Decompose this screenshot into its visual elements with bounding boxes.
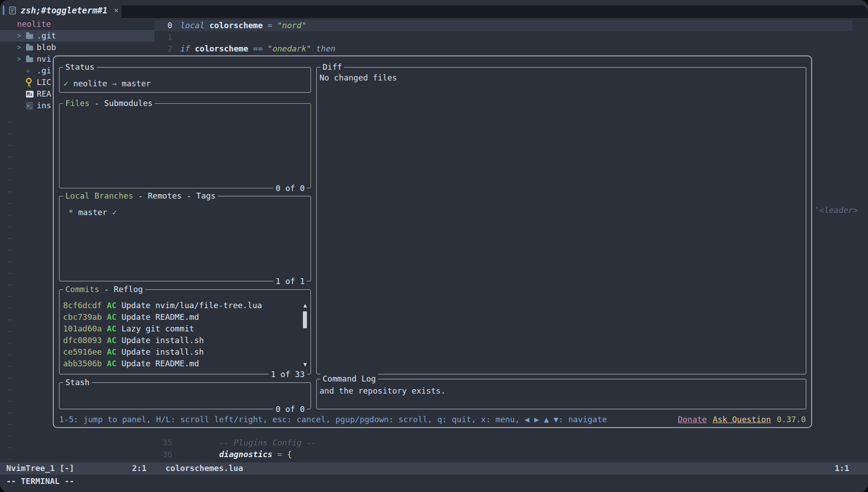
commit-message: Update README.md [121, 311, 199, 323]
stash-panel[interactable]: Stash 0 of 0 [59, 382, 311, 409]
code-line-0: 0local colorscheme = "nord" [154, 20, 852, 31]
keybindings-bar: 1-5: jump to panel, H/L: scroll left/rig… [59, 414, 806, 425]
branch-marker: * [68, 207, 73, 218]
line-number: 2 [154, 43, 177, 55]
commits-tab[interactable]: Commits [65, 284, 99, 294]
commit-author-initials: AC [107, 346, 117, 358]
scrollbar-thumb[interactable] [303, 311, 307, 328]
tilde-marker: ~ [7, 174, 12, 186]
ask-question-link[interactable]: Ask Question [713, 414, 771, 425]
tab-close-icon[interactable]: × [114, 4, 119, 16]
command-log-panel-title: Command Log [320, 373, 378, 385]
files-tab[interactable]: Files [65, 98, 89, 108]
line-number: 35 [154, 437, 177, 449]
commit-hash: ce5916ee [63, 346, 102, 358]
folder-icon [26, 46, 33, 51]
arrow-right-icon: → [112, 78, 117, 89]
commit-hash: 101ad60a [63, 323, 102, 335]
submodules-tab[interactable]: - Submodules [89, 98, 153, 108]
commit-row[interactable]: 101ad60aACLazy git commit [60, 323, 311, 335]
branch-row[interactable]: * master ✓ [60, 207, 311, 218]
gitignore-icon: ◆ [26, 65, 30, 76]
tilde-marker: ~ [7, 361, 12, 372]
tab-title: zsh;#toggleterm#1 [21, 4, 107, 16]
tree-item-git[interactable]: >.git [0, 30, 154, 42]
code-line-35: 35 -- Plugins Config -- [154, 437, 852, 449]
command-log-content: and the repository exists. [317, 385, 806, 397]
commits-count: 1 of 33 [268, 369, 307, 380]
commit-author-initials: AC [107, 300, 117, 311]
code-text [177, 31, 180, 43]
commits-scrollbar[interactable]: ▲ ▼ [302, 300, 309, 370]
file-tree-root[interactable]: neolite [17, 18, 51, 30]
files-panel-title: Files - Submodules [63, 98, 155, 109]
commit-row[interactable]: dfc08093ACUpdate install.sh [60, 335, 311, 346]
commit-author-initials: AC [107, 335, 117, 346]
tree-item-blob[interactable]: >blob [0, 42, 154, 53]
leader-hint-text: '<leader> [814, 204, 858, 216]
tree-item-label: REA [37, 88, 51, 100]
code-text: diagnostics = { [177, 449, 292, 460]
statusline: NvimTree_1 [-] 2:1 colorschemes.lua 1:1 [0, 462, 868, 475]
tilde-marker: ~ [7, 163, 12, 174]
tilde-marker: ~ [7, 221, 12, 233]
terminal-screen: zsh;#toggleterm#1 × neolite >.git>blob>n… [0, 0, 868, 492]
line-number: 1 [154, 31, 177, 43]
scroll-up-icon[interactable]: ▲ [303, 300, 307, 311]
commit-row[interactable]: abb3506bACUpdate README.md [60, 358, 311, 369]
repo-name: neolite [73, 78, 107, 89]
lazygit-float-window: Status ✓ neolite → master Files - Submod… [53, 55, 812, 428]
readme-icon: M↓ [26, 91, 34, 98]
statusline-right-cursor-pos: 1:1 [834, 462, 849, 474]
tab-toggleterm[interactable]: zsh;#toggleterm#1 × [0, 4, 122, 17]
tilde-marker: ~ [7, 349, 12, 361]
tilde-marker: ~ [7, 407, 12, 419]
status-panel[interactable]: Status ✓ neolite → master [59, 67, 311, 93]
tree-item-label: .git [37, 30, 56, 42]
tilde-marker: ~ [7, 267, 12, 279]
tilde-marker: ~ [7, 186, 12, 198]
branches-panel[interactable]: Local Branches - Remotes - Tags * master… [59, 196, 311, 281]
tilde-marker: ~ [7, 198, 12, 209]
neovim-window: zsh;#toggleterm#1 × neolite >.git>blob>n… [0, 0, 868, 492]
tilde-marker: ~ [7, 279, 12, 291]
files-panel[interactable]: Files - Submodules 0 of 0 [59, 103, 311, 188]
tilde-marker: ~ [7, 256, 12, 267]
donate-link[interactable]: Donate [678, 414, 707, 425]
diff-panel-title: Diff [320, 61, 344, 73]
commit-hash: abb3506b [63, 358, 102, 369]
local-branches-tab[interactable]: Local Branches [65, 191, 133, 200]
line-number: 36 [154, 449, 177, 460]
commit-author-initials: AC [107, 311, 117, 323]
current-branch: master [122, 78, 151, 89]
script-icon: >_ [26, 102, 33, 110]
tabline: zsh;#toggleterm#1 × [0, 0, 868, 18]
statusline-cursor-pos: 2:1 [132, 462, 147, 474]
diff-panel[interactable]: Diff No changed files [316, 67, 806, 374]
commit-message: Update nvim/lua/file-tree.lua [121, 300, 262, 311]
tilde-marker: ~ [7, 442, 12, 454]
command-log-panel[interactable]: Command Log and the repository exists. [316, 379, 806, 409]
code-line-1: 1 [154, 31, 852, 43]
chevron-right-icon[interactable]: > [17, 42, 26, 53]
chevron-right-icon[interactable]: > [17, 30, 26, 42]
chevron-right-icon[interactable]: > [17, 53, 26, 65]
commit-row[interactable]: cbc739abACUpdate README.md [60, 311, 311, 323]
commits-panel-title: Commits - Reflog [63, 284, 145, 295]
tilde-marker: ~ [7, 244, 12, 256]
commits-panel[interactable]: Commits - Reflog 8cf6dcdfACUpdate nvim/l… [59, 289, 311, 374]
commit-row[interactable]: ce5916eeACUpdate install.sh [60, 346, 311, 358]
folder-icon [26, 34, 33, 39]
commits-list: 8cf6dcdfACUpdate nvim/lua/file-tree.luac… [60, 290, 311, 369]
remotes-tags-tabs[interactable]: - Remotes - Tags [133, 191, 216, 200]
tilde-marker: ~ [7, 384, 12, 395]
tilde-marker: ~ [7, 233, 12, 244]
reflog-tab[interactable]: - Reflog [99, 284, 143, 294]
statusline-file-name: colorschemes.lua [166, 462, 243, 474]
license-icon [26, 78, 32, 84]
lazygit-version: 0.37.0 [777, 414, 806, 425]
tilde-marker: ~ [7, 372, 12, 384]
commit-row[interactable]: 8cf6dcdfACUpdate nvim/lua/file-tree.lua [60, 300, 311, 311]
tilde-marker: ~ [7, 209, 12, 221]
commit-hash: dfc08093 [63, 335, 102, 346]
